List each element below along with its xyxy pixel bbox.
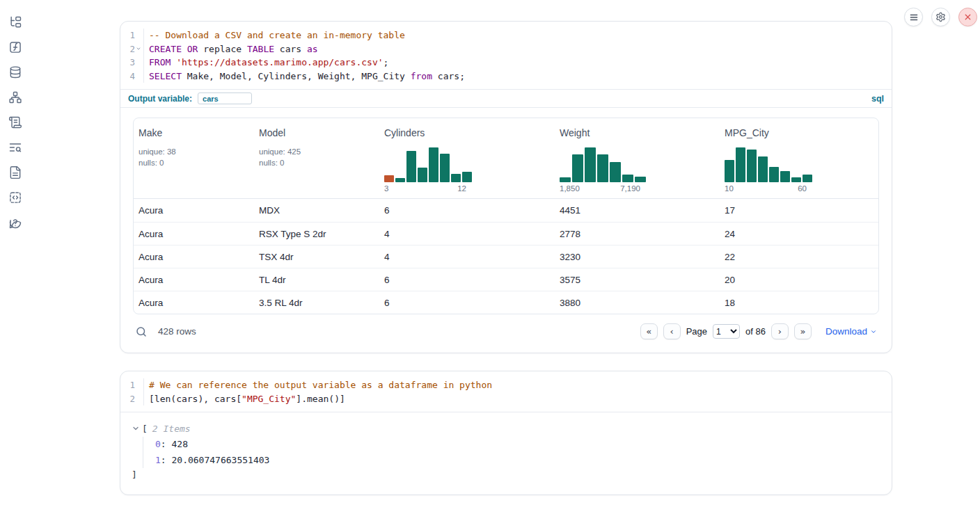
sql-cell: 1234-- Download a CSV and create an in-m… [120,21,892,353]
histogram-bar[interactable] [747,150,757,182]
table-cell: Acura [134,205,254,216]
code-lines[interactable]: # We can reference the output variable a… [144,378,892,405]
code-line: # We can reference the output variable a… [149,378,892,392]
column-header-weight[interactable]: Weight1,8507,190 [555,118,720,198]
dependency-graph-icon[interactable] [8,90,22,104]
histogram-bar[interactable] [803,175,812,182]
histogram-axis: 1060 [725,184,812,193]
table-cell: 2778 [555,229,720,239]
fold-slot [135,32,142,39]
histogram-bar[interactable] [395,178,405,182]
histogram-axis: 312 [384,184,472,193]
code-line: [len(cars), cars["MPG_City"].mean()] [149,392,892,406]
axis-max-label: 7,190 [620,184,640,193]
fold-chevron-icon[interactable] [135,45,142,52]
histogram-bar[interactable] [780,171,790,182]
logs-icon[interactable] [8,140,22,154]
column-stats: unique: 38nulls: 0 [139,146,254,168]
python-code-editor[interactable]: 12# We can reference the output variable… [120,371,892,412]
histogram-bar[interactable] [429,147,438,182]
last-page-button[interactable]: » [794,323,812,339]
next-page-button[interactable]: › [771,323,789,339]
table-row[interactable]: AcuraMDX6445117 [134,199,878,222]
histogram-bar[interactable] [622,175,633,182]
histogram-bar[interactable] [462,172,472,182]
language-badge: sql [871,94,884,104]
histogram-bar[interactable] [736,147,745,182]
item-value: 428 [171,439,187,449]
fold-slot [135,395,142,402]
histogram-bar[interactable] [791,177,801,182]
snippets-icon[interactable] [8,191,22,204]
documentation-icon[interactable] [8,166,22,179]
histogram-bar[interactable] [440,154,450,182]
code-token: # We can reference the output variable a… [149,380,492,390]
column-title: Make [139,127,254,138]
sql-code-editor[interactable]: 1234-- Download a CSV and create an in-m… [120,22,892,89]
column-header-mpg_city[interactable]: MPG_City1060 [720,118,878,198]
histogram-bar[interactable] [560,177,571,182]
prev-page-button[interactable]: ‹ [663,323,681,339]
table-cell: 4 [379,229,555,239]
table-cell: 6 [379,205,555,216]
table-row[interactable]: AcuraTSX 4dr4323022 [134,245,878,268]
histogram-bar[interactable] [725,160,734,182]
page-select[interactable]: 1 [713,324,740,339]
histogram-mpg_city: 1060 [725,146,812,193]
menu-button[interactable] [904,8,923,26]
item-value: 20.060747663551403 [171,455,269,465]
table-cell: TSX 4dr [254,252,379,262]
axis-max-label: 60 [798,184,807,193]
output-variable-row: Output variable: sql [120,89,892,108]
scratchpad-icon[interactable] [8,115,22,129]
help-icon[interactable] [8,216,22,230]
output-list-header: [ 2 Items [132,421,880,435]
table-row[interactable]: AcuraTL 4dr6357520 [134,268,878,291]
histogram-axis: 1,8507,190 [560,184,646,193]
column-title: Cylinders [384,127,555,138]
histogram-bar[interactable] [769,167,779,182]
collapse-chevron-icon[interactable] [132,424,140,433]
file-explorer-icon[interactable] [8,15,22,29]
histogram-bar[interactable] [610,162,621,182]
menu-icon [909,13,919,22]
histogram-bar[interactable] [597,154,608,182]
datasources-icon[interactable] [8,65,22,79]
line-number: 1 [120,29,143,42]
output-variable-input[interactable] [198,92,252,104]
table-row[interactable]: Acura3.5 RL 4dr6388018 [134,291,878,314]
first-page-button[interactable]: « [640,323,658,339]
output-variable-label: Output variable: [128,94,192,104]
functions-icon[interactable] [8,40,22,54]
histogram-bar[interactable] [635,177,646,182]
search-icon[interactable] [135,325,148,338]
histogram-bar[interactable] [572,154,583,182]
column-header-model[interactable]: Modelunique: 425nulls: 0 [254,118,379,198]
page-label: Page [686,326,707,337]
output-list-items: 0: 4281: 20.060747663551403 [143,437,880,468]
histogram-bar[interactable] [585,147,596,182]
data-table: Makeunique: 38nulls: 0Modelunique: 425nu… [133,118,879,314]
code-token: 'https://datasets.marimo.app/cars.csv' [176,57,383,67]
histogram-bars [384,146,472,182]
column-header-make[interactable]: Makeunique: 38nulls: 0 [134,118,254,198]
histogram-bar[interactable] [406,151,416,182]
settings-button[interactable] [931,8,950,26]
close-button[interactable] [958,8,977,26]
line-number-gutter: 1234 [120,29,144,83]
histogram-bar[interactable] [418,168,427,182]
histogram-bar[interactable] [758,156,768,182]
table-row[interactable]: AcuraRSX Type S 2dr4277824 [134,222,878,245]
download-button[interactable]: Download [825,326,877,337]
window-controls [904,8,977,26]
histogram-bar[interactable] [384,175,394,182]
code-lines[interactable]: -- Download a CSV and create an in-memor… [144,29,892,83]
table-cell: TL 4dr [254,275,379,285]
column-stat: nulls: 0 [259,157,379,168]
code-token: ; [384,57,389,67]
column-header-cylinders[interactable]: Cylinders312 [379,118,555,198]
histogram-bar[interactable] [451,174,461,182]
pagination: « ‹ Page 1 of 86 › » Download [640,323,877,339]
close-icon [963,13,972,22]
line-number: 1 [120,378,143,392]
